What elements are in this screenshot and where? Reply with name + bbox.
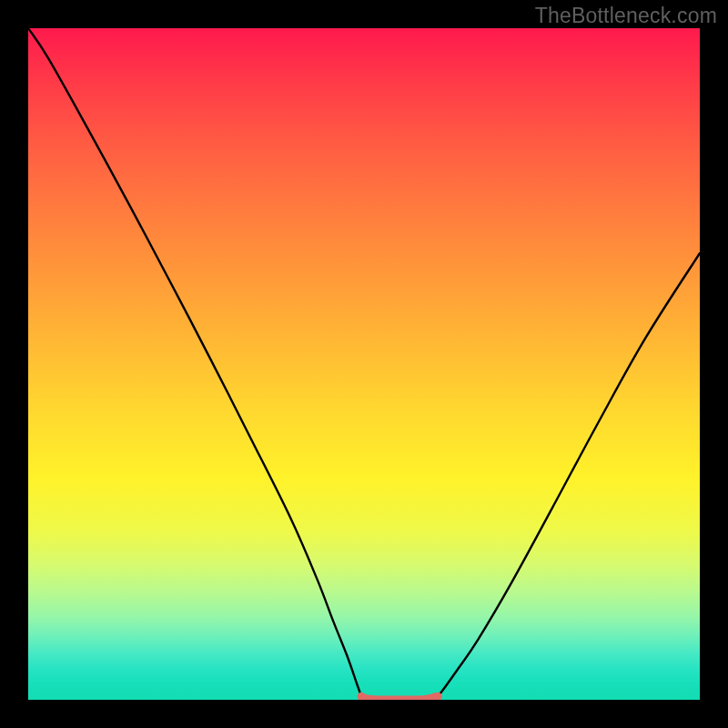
curves-svg [28, 28, 700, 700]
right-curve-path [438, 253, 700, 696]
plot-area [28, 28, 700, 700]
watermark-text: TheBottleneck.com [535, 4, 717, 28]
chart-frame: TheBottleneck.com [0, 0, 728, 728]
left-curve-path [28, 28, 361, 696]
optimum-band-path [361, 696, 438, 700]
